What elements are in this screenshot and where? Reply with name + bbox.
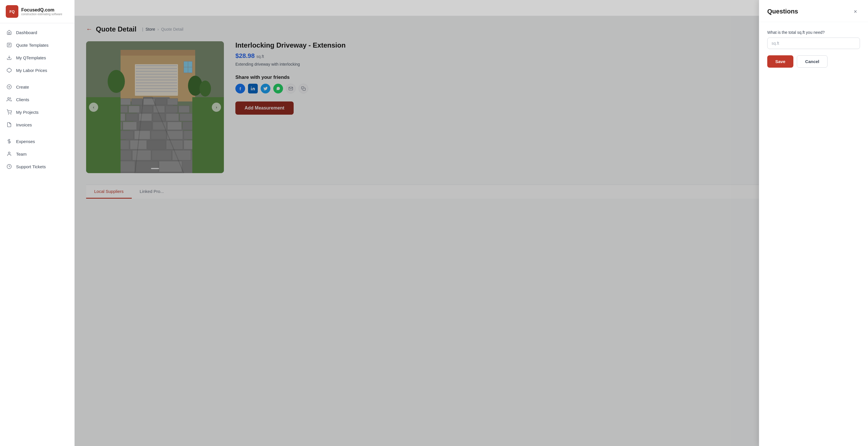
add-measurement-button[interactable]: Add Measurement [236, 101, 293, 115]
image-dot-indicator [151, 168, 159, 169]
hexagon-icon [6, 67, 12, 73]
svg-rect-36 [121, 99, 131, 105]
back-button[interactable]: ← [86, 26, 92, 33]
dollar-icon [6, 138, 12, 144]
sqft-input[interactable] [767, 38, 860, 49]
file-text-icon [6, 42, 12, 48]
share-twitter-button[interactable] [260, 84, 270, 94]
svg-rect-51 [166, 113, 179, 121]
save-button[interactable]: Save [767, 55, 794, 68]
sidebar-label-dashboard: Dashboard [16, 30, 37, 35]
sidebar-item-my-projects[interactable]: My Projects [0, 106, 74, 118]
svg-rect-40 [167, 99, 178, 105]
svg-rect-54 [123, 122, 136, 130]
sidebar-item-support-tickets[interactable]: Support Tickets [0, 160, 74, 173]
svg-rect-67 [148, 140, 165, 149]
svg-rect-44 [153, 106, 165, 113]
sidebar-item-my-qtemplates[interactable]: My QTemplates [0, 51, 74, 64]
panel-close-button[interactable]: × [851, 7, 860, 16]
sidebar-item-dashboard[interactable]: Dashboard [0, 26, 74, 39]
svg-marker-5 [7, 68, 11, 72]
svg-rect-76 [159, 161, 182, 172]
svg-point-9 [8, 98, 9, 99]
sidebar-label-team: Team [16, 151, 27, 157]
tab-linked-products[interactable]: Linked Pro... [132, 185, 172, 199]
tab-local-suppliers[interactable]: Local Suppliers [86, 185, 132, 199]
svg-rect-75 [136, 161, 158, 172]
logo-icon: FQ [6, 5, 19, 18]
sidebar-item-invoices[interactable]: Invoices [0, 118, 74, 131]
price-amount: $28.98 [236, 52, 255, 60]
sidebar-label-expenses: Expenses [16, 139, 35, 144]
sidebar-label-create: Create [16, 84, 29, 90]
share-linkedin-button[interactable] [248, 84, 258, 94]
sidebar-label-quote-templates: Quote Templates [16, 43, 49, 47]
svg-rect-68 [166, 140, 183, 149]
breadcrumb-store[interactable]: Store [146, 27, 155, 32]
svg-rect-52 [180, 113, 192, 121]
svg-rect-17 [121, 50, 195, 56]
svg-rect-39 [156, 99, 166, 105]
questions-panel: Questions × What is the total sq.ft you … [759, 0, 868, 446]
sidebar-label-my-qtemplates: My QTemplates [16, 55, 46, 60]
svg-point-34 [199, 80, 211, 97]
svg-rect-25 [136, 82, 177, 83]
shopping-cart-icon [6, 109, 12, 115]
content-grid: ‹ › Interlocking Driveway - Extension $2… [86, 41, 857, 173]
price-unit: sq.ft [256, 54, 264, 59]
download-icon [6, 55, 12, 61]
logo-text: FocusedQ.com construction estimating sof… [21, 7, 62, 16]
share-whatsapp-button[interactable] [273, 84, 283, 94]
main-content: ← Quote Detail | Store › Quote Detail [74, 16, 868, 446]
svg-rect-23 [136, 76, 177, 78]
sidebar-item-team[interactable]: Team [0, 148, 74, 160]
svg-point-11 [11, 114, 11, 114]
sidebar-label-clients: Clients [16, 97, 29, 102]
svg-rect-60 [119, 131, 133, 139]
image-prev-button[interactable]: ‹ [89, 103, 98, 112]
svg-point-13 [8, 152, 10, 153]
svg-rect-27 [136, 88, 177, 89]
cancel-button[interactable]: Cancel [797, 55, 828, 68]
share-copy-button[interactable] [299, 84, 308, 94]
svg-rect-81 [303, 88, 305, 91]
svg-rect-19 [136, 65, 177, 66]
svg-rect-20 [136, 68, 177, 69]
svg-rect-26 [136, 85, 177, 86]
share-email-button[interactable] [286, 84, 296, 94]
user-icon [6, 151, 12, 157]
svg-rect-61 [134, 131, 150, 139]
plus-circle-icon [6, 84, 12, 90]
sidebar-item-quote-templates[interactable]: Quote Templates [0, 39, 74, 51]
breadcrumb-separator: | [142, 27, 143, 32]
logo-title: FocusedQ.com [21, 7, 62, 12]
svg-rect-42 [129, 106, 140, 113]
panel-actions: Save Cancel [767, 55, 860, 68]
logo-subtitle: construction estimating software [21, 12, 62, 16]
question-label: What is the total sq.ft you need? [767, 30, 860, 35]
panel-title: Questions [767, 8, 798, 15]
sidebar-item-clients[interactable]: Clients [0, 93, 74, 106]
svg-rect-24 [136, 79, 177, 80]
share-facebook-button[interactable]: f [236, 84, 245, 94]
sidebar-nav: Dashboard Quote Templates My QTemplates … [0, 23, 74, 446]
sidebar-item-create[interactable]: Create [0, 80, 74, 93]
breadcrumb-arrow: › [157, 27, 159, 32]
svg-point-80 [251, 87, 252, 88]
sidebar-item-expenses[interactable]: Expenses [0, 135, 74, 148]
breadcrumb: ← Quote Detail | Store › Quote Detail [86, 25, 857, 33]
svg-rect-72 [152, 150, 172, 160]
home-icon [6, 30, 12, 35]
sidebar-item-my-labor-prices[interactable]: My Labor Prices [0, 64, 74, 76]
product-image [86, 41, 224, 173]
svg-rect-62 [151, 131, 166, 139]
sidebar: FQ FocusedQ.com construction estimating … [0, 0, 74, 446]
image-next-button[interactable]: › [212, 103, 221, 112]
svg-point-32 [107, 70, 125, 93]
svg-rect-21 [136, 71, 177, 72]
page-title: Quote Detail [96, 25, 136, 33]
topbar [74, 0, 868, 16]
sidebar-label-support-tickets: Support Tickets [16, 164, 45, 169]
tabs-bar: Local Suppliers Linked Pro... [86, 184, 857, 199]
svg-rect-71 [132, 150, 151, 160]
